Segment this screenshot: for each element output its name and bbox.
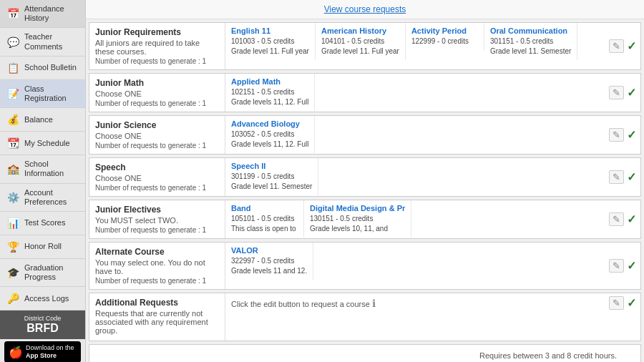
course-name-2[interactable]: Activity Period [411, 26, 478, 35]
req-info: Junior Math Choose ONE Number of request… [89, 74, 225, 112]
course-cell-0: Applied Math 102151 - 0.5 creditsGrade l… [225, 74, 315, 111]
district-label: District Code [3, 315, 82, 322]
edit-button[interactable]: ✎ [609, 170, 624, 184]
sidebar-item-honor-roll[interactable]: 🏆 Honor Roll [0, 235, 85, 259]
sidebar-label-school-bulletin: School Bulletin [24, 63, 77, 72]
courses-area: Advanced Biology 103052 - 0.5 creditsGra… [225, 116, 605, 154]
course-detail-0: 322997 - 0.5 creditsGrade levels 11 and … [231, 256, 307, 276]
sidebar-item-attendance-history[interactable]: 📅 Attendance History [0, 0, 85, 28]
sidebar-label-my-schedule: My Schedule [24, 139, 70, 148]
course-detail-1: 130151 - 0.5 creditsGrade levels 10, 11,… [310, 214, 405, 234]
view-course-requests-link[interactable]: View course requests [86, 0, 644, 19]
graduation-progress-icon: 🎓 [6, 265, 20, 280]
additional-edit-button[interactable]: ✎ [609, 296, 624, 310]
req-count: Number of requests to generate : 1 [95, 226, 219, 234]
req-desc: You may select one. You do not have to. [95, 258, 219, 275]
course-detail-0: 101003 - 0.5 creditsGrade level 11. Full… [231, 36, 309, 57]
req-row: Speech Choose ONE Number of requests to … [89, 158, 640, 196]
req-info: Junior Electives You MUST select TWO. Nu… [89, 200, 225, 238]
app-store-label: Download on theApp Store [26, 344, 74, 360]
req-count: Number of requests to generate : 1 [95, 99, 219, 107]
check-icon: ✓ [627, 128, 636, 142]
course-detail-0: 105101 - 0.5 creditsThis class is open t… [231, 214, 298, 234]
course-detail-2: 122999 - 0 credits [411, 36, 478, 47]
section-junior-math: Junior Math Choose ONE Number of request… [89, 73, 641, 112]
edit-button[interactable]: ✎ [609, 128, 624, 142]
access-logs-icon: 🔑 [6, 291, 20, 305]
course-cell-1: Digital Media Design & Pr 130151 - 0.5 c… [304, 200, 411, 238]
req-info: Speech Choose ONE Number of requests to … [89, 158, 225, 196]
course-cell-2: Activity Period 122999 - 0 credits [406, 23, 484, 50]
edit-button[interactable]: ✎ [609, 39, 624, 53]
sidebar-item-my-schedule[interactable]: 📆 My Schedule [0, 132, 85, 155]
check-icon: ✓ [627, 259, 636, 273]
sidebar-item-test-scores[interactable]: 📊 Test Scores [0, 212, 85, 235]
req-info: Junior Science Choose ONE Number of requ… [89, 116, 225, 154]
req-count: Number of requests to generate : 1 [95, 184, 219, 192]
req-actions: ✎ ✓ [605, 158, 640, 196]
sidebar-item-access-logs[interactable]: 🔑 Access Logs [0, 287, 85, 310]
req-desc: You MUST select TWO. [95, 216, 219, 225]
course-detail-0: 102151 - 0.5 creditsGrade levels 11, 12.… [231, 87, 308, 107]
edit-button[interactable]: ✎ [609, 86, 624, 99]
courses-area: Band 105101 - 0.5 creditsThis class is o… [225, 200, 605, 238]
course-detail-1: 104101 - 0.5 creditsGrade level 11. Full… [321, 36, 399, 57]
req-title: Speech [95, 162, 219, 172]
course-name-0[interactable]: VALOR [231, 246, 307, 255]
course-name-0[interactable]: Advanced Biology [231, 119, 308, 128]
course-name-1[interactable]: American History [321, 26, 399, 35]
req-actions: ✎ ✓ [605, 116, 640, 154]
sidebar-item-school-bulletin[interactable]: 📋 School Bulletin [0, 57, 85, 80]
req-actions: ✎ ✓ [605, 200, 640, 238]
req-title: Alternate Course [95, 247, 219, 257]
summary-text: Requires between 3 and 8 credit hours. R… [479, 349, 617, 362]
sidebar-item-school-information[interactable]: 🏫 School Information [0, 155, 85, 183]
additional-actions: ✎ ✓ [605, 293, 640, 313]
course-name-0[interactable]: English 11 [231, 26, 309, 35]
attendance-history-icon: 📅 [6, 6, 20, 21]
info-icon: ℹ [372, 298, 376, 309]
req-title: Junior Electives [95, 205, 219, 215]
honor-roll-icon: 🏆 [6, 240, 20, 254]
sidebar-label-test-scores: Test Scores [24, 218, 65, 228]
course-name-3[interactable]: Oral Communication [490, 26, 571, 35]
sidebar-label-teacher-comments: Teacher Comments [24, 32, 79, 51]
summary-section: Requires between 3 and 8 credit hours. R… [89, 344, 641, 362]
req-count: Number of requests to generate : 1 [95, 142, 219, 150]
req-row: Junior Electives You MUST select TWO. Nu… [89, 200, 640, 238]
district-code-block: District Code BRFD [0, 310, 85, 339]
balance-icon: 💰 [6, 112, 20, 127]
sidebar-item-account-preferences[interactable]: ⚙️ Account Preferences [0, 184, 85, 212]
course-name-0[interactable]: Band [231, 204, 298, 212]
main-content: View course requests Junior Requirements… [86, 0, 644, 362]
district-code-value: BRFD [3, 322, 82, 335]
section-junior-requirements: Junior Requirements All juniors are requ… [89, 22, 641, 70]
course-name-0[interactable]: Applied Math [231, 77, 308, 86]
courses-area: VALOR 322997 - 0.5 creditsGrade levels 1… [225, 243, 605, 289]
section-junior-electives: Junior Electives You MUST select TWO. Nu… [89, 200, 641, 239]
school-bulletin-icon: 📋 [6, 61, 20, 75]
class-registration-icon: 📝 [6, 87, 20, 101]
additional-info: Additional Requests Requests that are cu… [89, 293, 225, 341]
edit-button[interactable]: ✎ [609, 212, 624, 226]
main-scroll-area: Junior Requirements All juniors are requ… [86, 19, 644, 362]
sidebar-item-graduation-progress[interactable]: 🎓 Graduation Progress [0, 259, 85, 287]
req-row: Junior Requirements All juniors are requ… [89, 23, 640, 69]
edit-button[interactable]: ✎ [609, 259, 624, 273]
course-cell-0: English 11 101003 - 0.5 creditsGrade lev… [225, 23, 316, 60]
req-count: Number of requests to generate : 1 [95, 277, 219, 285]
app-store-button[interactable]: 🍎 Download on theApp Store [4, 341, 81, 362]
course-name-1[interactable]: Digital Media Design & Pr [310, 204, 405, 212]
sidebar-item-class-registration[interactable]: 📝 Class Registration [0, 80, 85, 108]
sidebar-label-school-information: School Information [24, 160, 79, 178]
req-title: Junior Requirements [95, 27, 219, 37]
check-icon: ✓ [627, 212, 636, 226]
course-cell-0: Advanced Biology 103052 - 0.5 creditsGra… [225, 116, 315, 153]
course-name-0[interactable]: Speech II [231, 162, 312, 170]
sidebar-label-class-registration: Class Registration [24, 84, 79, 103]
sidebar-label-honor-roll: Honor Roll [24, 242, 62, 251]
sidebar-item-balance[interactable]: 💰 Balance [0, 108, 85, 132]
sidebar-item-teacher-comments[interactable]: 💬 Teacher Comments [0, 28, 85, 56]
courses-area: Applied Math 102151 - 0.5 creditsGrade l… [225, 74, 605, 112]
req-desc: Choose ONE [95, 174, 219, 182]
